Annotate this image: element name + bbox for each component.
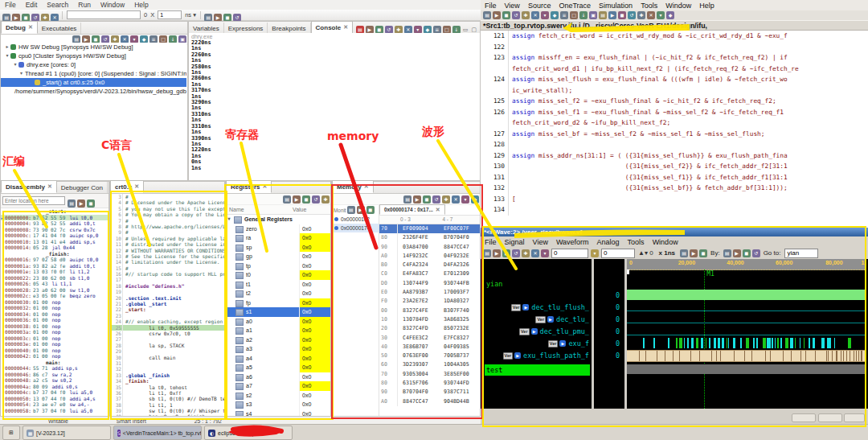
menu-file[interactable]: File [481, 238, 501, 246]
taskbar-item-v-2023-12[interactable]: ▦[V-2023.12] [23, 426, 111, 440]
annotate-icon[interactable]: ✕ [531, 11, 539, 19]
disassembly-row[interactable]: ▸00000000:b7 52 55 59luit0,0 [1, 215, 108, 221]
signal-name-row[interactable]: Ver▶dec_tlu_flush_ [511, 302, 589, 313]
disassembly-row[interactable]: 00000016:97 02 58 d0auipct0,0 [1, 257, 108, 263]
disassembly-row[interactable]: 00000036:01 00nop [1, 317, 108, 323]
signal-name-row[interactable]: Ver▶exu_flush_path_f [503, 350, 589, 361]
tab-disassembly[interactable]: Disassembly✕ [1, 180, 57, 193]
memory-row[interactable]: 806315F706930744FD [379, 379, 480, 388]
zoom-all-icon[interactable]: ◼ [699, 249, 707, 257]
verdi-code-area[interactable]: 121assign fetch_crit_word = ic_crit_wd_r… [481, 31, 868, 228]
disassembly-location-input[interactable] [2, 196, 65, 205]
memory-row[interactable]: 603D2393071004A305 [379, 360, 480, 369]
registers-value-column[interactable]: Value [293, 205, 306, 214]
register-row[interactable]: ra0x0 [226, 233, 330, 243]
import-icon[interactable]: ↺ [312, 195, 320, 204]
time-unit-select[interactable]: ns ▾ [185, 11, 196, 19]
register-row[interactable]: a70x0 [226, 381, 330, 391]
memory-row[interactable]: E0AA8793B7170093F7 [379, 288, 480, 297]
hwsw-sync-icon[interactable]: ◼ [223, 14, 231, 22]
memory-row[interactable]: 30C4FEE3C2E7FC8327 [379, 334, 480, 343]
memory-row[interactable]: 70930530043E85EF00 [379, 370, 480, 379]
close-icon[interactable]: ✕ [47, 183, 52, 190]
disassembly-row[interactable]: 00000014:05 28jal0x44 [1, 245, 108, 251]
register-row[interactable]: t20x0 [226, 289, 330, 298]
save-all-icon[interactable]: ◼ [22, 14, 30, 22]
expander-icon[interactable]: ▾ [226, 215, 232, 224]
disassembly-row[interactable]: 00000042:01 00nop [1, 353, 108, 360]
signal-name-row[interactable]: Ver▶exu_f [548, 338, 589, 349]
memory-row[interactable]: 10130784FD3A868325 [379, 315, 480, 324]
new-tab-icon[interactable]: ▤ [403, 195, 411, 204]
menu-signal[interactable]: Signal [501, 238, 529, 246]
disassembly-row[interactable]: main: [1, 360, 108, 366]
memory-row[interactable]: 90B70704F09387C711 [379, 388, 480, 397]
disassembly-row[interactable]: 00000010:13 01 41 e4addisp,s [1, 239, 108, 245]
disassembly-row[interactable]: _start: [1, 208, 108, 215]
step-filters-icon[interactable]: ▶ [214, 14, 222, 22]
memory-monitor[interactable]: 0x000001c2 [332, 215, 379, 224]
open-icon[interactable]: ▤ [483, 11, 491, 19]
register-row[interactable]: a20x0 [226, 335, 330, 345]
disassembly-row[interactable]: 0000003a:01 00nop [1, 329, 108, 335]
tab-registers[interactable]: Registers✕ [226, 180, 272, 193]
debug-tree-row[interactable]: ▾cpu0 [Cluster Synopsys HW/SW Debug] [1, 51, 186, 60]
close-icon[interactable]: ✕ [364, 183, 369, 190]
menu-view[interactable]: View [501, 2, 524, 10]
debug-tree-row[interactable]: _start() at crt0.s:25 0x0 [1, 78, 186, 87]
prev-edge-icon[interactable]: ▶ [733, 249, 741, 257]
zoom-in-icon[interactable]: ▤ [680, 249, 688, 257]
tab-executables[interactable]: Executables [38, 23, 82, 34]
menu-help[interactable]: Help [695, 2, 719, 10]
disassembly-row[interactable]: 0000000c:17 41 04 f0auipcsp,0 [1, 232, 108, 239]
bookmark-icon[interactable]: ✚ [637, 11, 645, 19]
memory-row[interactable]: D0130744F9930744FB [379, 279, 480, 288]
open-element-icon[interactable]: ↺ [31, 14, 39, 22]
disassembly-row[interactable]: 00000022:23 80 62 00sbt1,0 [1, 275, 108, 282]
memory-row[interactable]: 70EF009004EF00C07F [379, 224, 480, 233]
memory-row[interactable]: 008327C4FEB307F740 [379, 306, 480, 315]
menu-onetrace[interactable]: OneTrace [555, 2, 595, 10]
disassembly-row[interactable]: 0000003c:01 00nop [1, 335, 108, 342]
memory-row[interactable]: F023A2E7E21DA80327 [379, 297, 480, 306]
cut-icon[interactable]: ↺ [512, 249, 520, 257]
tab-expressions[interactable]: Expressions [224, 23, 268, 34]
memory-row[interactable]: 802326F4FEB70704F0 [379, 233, 480, 242]
back-icon[interactable]: ↓ [579, 11, 588, 19]
disassembly-row[interactable]: 00000026:05 43lit1,1 [1, 281, 108, 287]
tab-memory[interactable]: Memory✕ [332, 180, 374, 193]
memory-row[interactable]: B0C4FA2324D4FA2326 [379, 261, 480, 269]
memory-row[interactable]: 9003A847008847CC47 [379, 243, 480, 252]
find-icon[interactable]: ▤ [599, 11, 607, 19]
show-columns-icon[interactable]: ▤ [283, 195, 291, 204]
register-row[interactable]: a10x0 [226, 326, 330, 335]
register-row[interactable]: s20x0 [226, 391, 330, 401]
lock-icon[interactable]: ▶ [77, 199, 85, 208]
open-db-icon[interactable]: ▤ [483, 249, 491, 257]
expander-icon[interactable]: ▾ [20, 69, 23, 78]
disassembly-row[interactable]: 00000054:23 ae e7 e0swa4,- [1, 401, 108, 408]
up-scope-icon[interactable]: ◼ [618, 11, 626, 19]
close-icon[interactable]: ✕ [343, 24, 348, 31]
menu-window[interactable]: Window [96, 1, 129, 9]
register-row[interactable]: a40x0 [226, 354, 330, 364]
register-row[interactable]: gp0x0 [226, 252, 330, 261]
trace-icon[interactable]: ◆ [551, 11, 559, 19]
cursor-icon[interactable]: ▾ [541, 249, 549, 257]
new-dropdown-icon[interactable]: ▤ [2, 14, 10, 22]
disassembly-row[interactable]: 0000004a:80 09addis0,s [1, 384, 108, 390]
debug-tree-row[interactable]: ▸HW SW Debug [Synopsys HW/SW Debug] [1, 43, 186, 51]
registers-name-column[interactable]: Name [226, 205, 293, 214]
scrollbar-thumb[interactable] [844, 413, 865, 422]
close-icon[interactable]: ✕ [134, 183, 139, 190]
register-row[interactable]: zero0x0 [226, 224, 330, 234]
disassembly-row[interactable]: 0000001e:13 03 f0 0flit1,2 [1, 269, 108, 275]
debug-launch-icon[interactable]: ✚ [41, 14, 49, 22]
menu-source[interactable]: Source [524, 2, 555, 10]
tab-crt0-s[interactable]: crt0.s✕ [110, 180, 144, 193]
debug-tree-row[interactable]: /home/summer/Synopsys/verdi/V-2023.12/bi… [1, 87, 186, 96]
disassembly-row[interactable]: 00000048:a2 c5sws0,2 [1, 377, 108, 384]
back-window-icon[interactable]: ◼ [502, 11, 510, 19]
tab-variables[interactable]: Variables [189, 23, 224, 34]
reload-icon[interactable]: ▶ [493, 249, 501, 257]
